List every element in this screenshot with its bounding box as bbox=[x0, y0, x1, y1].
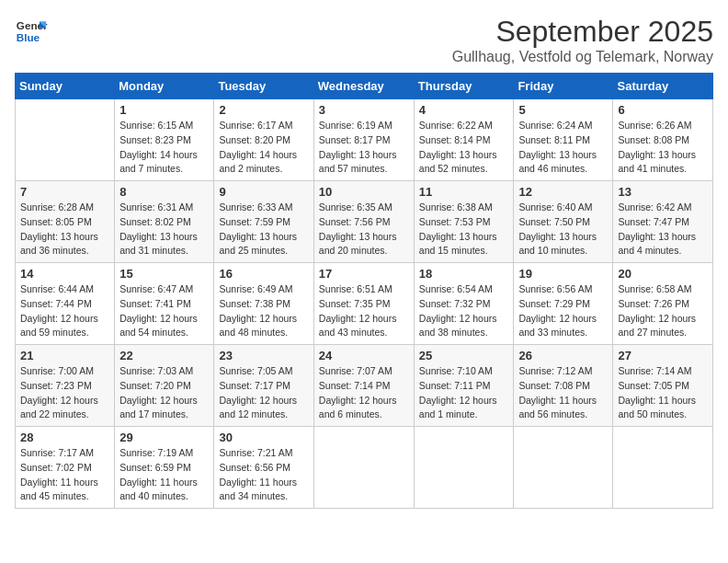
daylight-text: Daylight: 13 hours and 46 minutes. bbox=[518, 149, 597, 175]
calendar-cell: 15 Sunrise: 6:47 AM Sunset: 7:41 PM Dayl… bbox=[115, 263, 214, 345]
sunset-text: Sunset: 8:11 PM bbox=[518, 134, 590, 145]
day-info: Sunrise: 6:17 AM Sunset: 8:20 PM Dayligh… bbox=[219, 119, 308, 177]
sunrise-text: Sunrise: 7:07 AM bbox=[319, 365, 392, 376]
daylight-text: Daylight: 13 hours and 57 minutes. bbox=[319, 149, 397, 175]
calendar-table: SundayMondayTuesdayWednesdayThursdayFrid… bbox=[15, 73, 713, 509]
calendar-cell: 17 Sunrise: 6:51 AM Sunset: 7:35 PM Dayl… bbox=[313, 263, 414, 345]
day-number: 8 bbox=[119, 185, 209, 199]
day-number: 20 bbox=[618, 267, 708, 281]
day-number: 17 bbox=[319, 267, 409, 281]
sunset-text: Sunset: 8:17 PM bbox=[319, 134, 391, 145]
daylight-text: Daylight: 12 hours and 17 minutes. bbox=[119, 395, 198, 420]
calendar-cell: 11 Sunrise: 6:38 AM Sunset: 7:53 PM Dayl… bbox=[414, 181, 514, 263]
calendar-cell: 13 Sunrise: 6:42 AM Sunset: 7:47 PM Dayl… bbox=[613, 181, 713, 263]
daylight-text: Daylight: 13 hours and 15 minutes. bbox=[419, 231, 497, 257]
day-number: 3 bbox=[319, 103, 409, 117]
daylight-text: Daylight: 13 hours and 41 minutes. bbox=[618, 149, 696, 175]
sunrise-text: Sunrise: 6:40 AM bbox=[518, 201, 592, 213]
day-number: 13 bbox=[618, 185, 708, 199]
sunset-text: Sunset: 8:05 PM bbox=[20, 216, 92, 227]
day-number: 4 bbox=[419, 103, 509, 117]
sunrise-text: Sunrise: 6:19 AM bbox=[319, 120, 392, 131]
calendar-cell: 19 Sunrise: 6:56 AM Sunset: 7:29 PM Dayl… bbox=[514, 263, 613, 345]
daylight-text: Daylight: 12 hours and 43 minutes. bbox=[319, 313, 397, 339]
sunset-text: Sunset: 6:56 PM bbox=[219, 462, 290, 473]
sunrise-text: Sunrise: 6:35 AM bbox=[319, 201, 392, 213]
day-info: Sunrise: 6:47 AM Sunset: 7:41 PM Dayligh… bbox=[119, 282, 209, 340]
calendar-header-friday: Friday bbox=[514, 74, 613, 99]
sunrise-text: Sunrise: 6:28 AM bbox=[20, 201, 94, 213]
sunrise-text: Sunrise: 6:49 AM bbox=[219, 283, 292, 294]
daylight-text: Daylight: 13 hours and 20 minutes. bbox=[319, 231, 397, 257]
day-number: 7 bbox=[20, 185, 109, 199]
daylight-text: Daylight: 13 hours and 52 minutes. bbox=[419, 149, 497, 175]
sunrise-text: Sunrise: 6:38 AM bbox=[419, 201, 493, 213]
day-number: 18 bbox=[419, 267, 509, 281]
sunrise-text: Sunrise: 6:17 AM bbox=[219, 120, 292, 131]
day-info: Sunrise: 7:05 AM Sunset: 7:17 PM Dayligh… bbox=[219, 364, 308, 422]
calendar-cell: 25 Sunrise: 7:10 AM Sunset: 7:11 PM Dayl… bbox=[414, 345, 514, 427]
sunrise-text: Sunrise: 6:31 AM bbox=[119, 201, 193, 213]
sunset-text: Sunset: 7:35 PM bbox=[319, 298, 391, 309]
daylight-text: Daylight: 12 hours and 33 minutes. bbox=[518, 313, 597, 339]
sunrise-text: Sunrise: 6:22 AM bbox=[419, 120, 493, 131]
sunset-text: Sunset: 7:20 PM bbox=[119, 380, 191, 391]
sunrise-text: Sunrise: 6:26 AM bbox=[618, 120, 691, 131]
day-number: 2 bbox=[219, 103, 308, 117]
day-number: 26 bbox=[518, 349, 608, 362]
sunset-text: Sunset: 8:08 PM bbox=[618, 134, 689, 145]
day-info: Sunrise: 6:31 AM Sunset: 8:02 PM Dayligh… bbox=[119, 201, 209, 259]
day-info: Sunrise: 6:44 AM Sunset: 7:44 PM Dayligh… bbox=[20, 282, 109, 340]
day-number: 11 bbox=[419, 185, 509, 199]
calendar-header-sunday: Sunday bbox=[16, 74, 115, 99]
day-info: Sunrise: 7:10 AM Sunset: 7:11 PM Dayligh… bbox=[419, 364, 509, 422]
calendar-cell bbox=[313, 427, 414, 509]
sunset-text: Sunset: 8:23 PM bbox=[119, 134, 191, 145]
day-info: Sunrise: 7:21 AM Sunset: 6:56 PM Dayligh… bbox=[219, 446, 308, 504]
calendar-cell: 4 Sunrise: 6:22 AM Sunset: 8:14 PM Dayli… bbox=[414, 99, 514, 181]
calendar-cell: 12 Sunrise: 6:40 AM Sunset: 7:50 PM Dayl… bbox=[514, 181, 613, 263]
daylight-text: Daylight: 12 hours and 1 minute. bbox=[419, 395, 497, 420]
sunrise-text: Sunrise: 6:42 AM bbox=[618, 201, 691, 213]
day-number: 14 bbox=[20, 267, 109, 281]
calendar-cell: 2 Sunrise: 6:17 AM Sunset: 8:20 PM Dayli… bbox=[214, 99, 313, 181]
day-info: Sunrise: 7:00 AM Sunset: 7:23 PM Dayligh… bbox=[20, 364, 109, 422]
day-info: Sunrise: 6:38 AM Sunset: 7:53 PM Dayligh… bbox=[419, 201, 509, 259]
sunset-text: Sunset: 7:02 PM bbox=[20, 462, 92, 473]
sunset-text: Sunset: 7:14 PM bbox=[319, 380, 391, 391]
sunset-text: Sunset: 7:47 PM bbox=[618, 216, 689, 227]
daylight-text: Daylight: 13 hours and 4 minutes. bbox=[618, 231, 696, 257]
sunset-text: Sunset: 7:08 PM bbox=[518, 380, 590, 391]
daylight-text: Daylight: 12 hours and 12 minutes. bbox=[219, 395, 297, 420]
daylight-text: Daylight: 11 hours and 34 minutes. bbox=[219, 477, 297, 502]
calendar-cell: 10 Sunrise: 6:35 AM Sunset: 7:56 PM Dayl… bbox=[313, 181, 414, 263]
page-title: September 2025 bbox=[452, 15, 713, 49]
daylight-text: Daylight: 13 hours and 25 minutes. bbox=[219, 231, 297, 257]
day-info: Sunrise: 6:40 AM Sunset: 7:50 PM Dayligh… bbox=[518, 201, 608, 259]
calendar-cell: 16 Sunrise: 6:49 AM Sunset: 7:38 PM Dayl… bbox=[214, 263, 313, 345]
sunrise-text: Sunrise: 7:21 AM bbox=[219, 447, 292, 458]
day-info: Sunrise: 7:12 AM Sunset: 7:08 PM Dayligh… bbox=[518, 364, 608, 422]
calendar-cell bbox=[414, 427, 514, 509]
svg-text:Blue: Blue bbox=[17, 31, 40, 43]
day-number: 15 bbox=[119, 267, 209, 281]
sunset-text: Sunset: 6:59 PM bbox=[119, 462, 191, 473]
sunrise-text: Sunrise: 7:12 AM bbox=[518, 365, 592, 376]
sunrise-text: Sunrise: 6:58 AM bbox=[618, 283, 691, 294]
sunrise-text: Sunrise: 7:17 AM bbox=[20, 447, 94, 458]
sunset-text: Sunset: 8:20 PM bbox=[219, 134, 290, 145]
sunset-text: Sunset: 7:41 PM bbox=[119, 298, 191, 309]
sunset-text: Sunset: 7:38 PM bbox=[219, 298, 290, 309]
day-number: 21 bbox=[20, 349, 109, 362]
page-subtitle: Gullhaug, Vestfold og Telemark, Norway bbox=[452, 49, 713, 65]
day-number: 16 bbox=[219, 267, 308, 281]
sunset-text: Sunset: 7:44 PM bbox=[20, 298, 92, 309]
day-info: Sunrise: 6:24 AM Sunset: 8:11 PM Dayligh… bbox=[518, 119, 608, 177]
sunrise-text: Sunrise: 7:05 AM bbox=[219, 365, 292, 376]
sunrise-text: Sunrise: 7:10 AM bbox=[419, 365, 493, 376]
day-number: 10 bbox=[319, 185, 409, 199]
daylight-text: Daylight: 12 hours and 59 minutes. bbox=[20, 313, 98, 339]
day-info: Sunrise: 7:17 AM Sunset: 7:02 PM Dayligh… bbox=[20, 446, 109, 504]
sunrise-text: Sunrise: 7:00 AM bbox=[20, 365, 94, 376]
calendar-cell bbox=[514, 427, 613, 509]
